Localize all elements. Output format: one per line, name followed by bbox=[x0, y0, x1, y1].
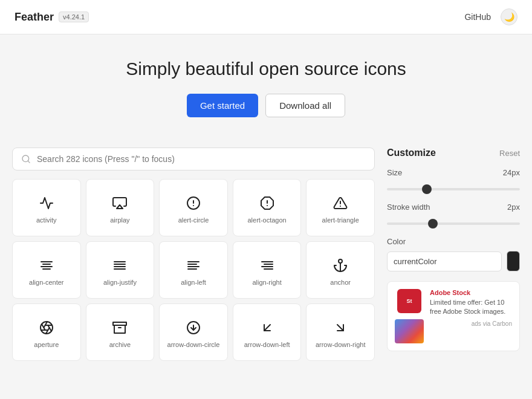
stroke-value: 2px bbox=[507, 203, 520, 212]
search-icon bbox=[21, 154, 31, 164]
reset-button[interactable]: Reset bbox=[499, 149, 520, 158]
size-control: Size 24px bbox=[387, 168, 520, 193]
icon-card-alert-circle[interactable]: alert-circle bbox=[159, 179, 228, 236]
ad-image bbox=[395, 319, 424, 343]
main-layout: activity airplay alert-circle alert-octa… bbox=[0, 135, 532, 361]
icon-label: arrow-down-right bbox=[316, 341, 366, 348]
icon-card-align-right[interactable]: align-right bbox=[233, 241, 302, 299]
icon-card-activity[interactable]: activity bbox=[12, 179, 81, 236]
icons-panel: activity airplay alert-circle alert-octa… bbox=[12, 148, 375, 361]
icon-card-align-left[interactable]: align-left bbox=[159, 241, 228, 299]
icon-card-align-justify[interactable]: align-justify bbox=[86, 241, 155, 299]
svg-rect-36 bbox=[113, 322, 126, 325]
customize-panel: Customize Reset Size 24px Stroke width 2… bbox=[387, 148, 520, 361]
github-link[interactable]: GitHub bbox=[464, 12, 491, 22]
header: Feather v4.24.1 GitHub 🌙 bbox=[0, 0, 532, 34]
icon-label: anchor bbox=[330, 279, 351, 286]
icon-card-archive[interactable]: archive bbox=[86, 303, 155, 361]
color-control: Color bbox=[387, 237, 520, 271]
ad-footer: ads via Carbon bbox=[430, 320, 512, 327]
icon-label: activity bbox=[36, 216, 57, 224]
icon-label: arrow-down-circle bbox=[167, 341, 220, 348]
icon-label: align-left bbox=[181, 279, 206, 286]
search-bar bbox=[12, 148, 375, 170]
icon-card-arrow-down-circle[interactable]: arrow-down-circle bbox=[159, 303, 228, 361]
header-right: GitHub 🌙 bbox=[464, 8, 517, 25]
ad-left: St bbox=[395, 289, 424, 343]
svg-marker-2 bbox=[117, 205, 123, 209]
customize-title: Customize bbox=[387, 148, 436, 158]
icon-card-arrow-down-left[interactable]: arrow-down-left bbox=[233, 303, 302, 361]
hero: Simply beautiful open source icons Get s… bbox=[0, 34, 532, 135]
dark-mode-button[interactable]: 🌙 bbox=[501, 8, 517, 25]
icon-label: alert-circle bbox=[178, 216, 209, 224]
icon-card-aperture[interactable]: aperture bbox=[12, 303, 81, 361]
svg-line-40 bbox=[264, 325, 270, 331]
icon-label: archive bbox=[109, 341, 131, 348]
color-input[interactable] bbox=[387, 251, 502, 271]
ad-content: Adobe Stock Limited time offer: Get 10 f… bbox=[430, 289, 512, 327]
logo: Feather bbox=[15, 11, 54, 24]
ad-logo: St bbox=[397, 289, 421, 313]
icon-label: aperture bbox=[34, 341, 59, 348]
stroke-slider[interactable] bbox=[387, 222, 520, 225]
icon-card-airplay[interactable]: airplay bbox=[86, 179, 155, 236]
ad-card: St Adobe Stock Limited time offer: Get 1… bbox=[387, 281, 520, 351]
svg-line-41 bbox=[337, 325, 343, 331]
icon-grid: activity airplay alert-circle alert-octa… bbox=[12, 179, 375, 361]
svg-line-1 bbox=[28, 161, 30, 163]
search-input[interactable] bbox=[37, 154, 366, 164]
size-slider[interactable] bbox=[387, 188, 520, 190]
customize-header: Customize Reset bbox=[387, 148, 520, 158]
ad-brand: Adobe Stock bbox=[430, 289, 512, 296]
icon-label: arrow-down-left bbox=[244, 341, 290, 348]
hero-buttons: Get started Download all bbox=[12, 94, 520, 117]
icon-label: align-center bbox=[29, 279, 63, 286]
get-started-button[interactable]: Get started bbox=[187, 94, 258, 117]
stroke-control: Stroke width 2px bbox=[387, 203, 520, 227]
icon-card-align-center[interactable]: align-center bbox=[12, 241, 81, 299]
icon-label: align-right bbox=[252, 279, 281, 286]
color-row bbox=[387, 251, 520, 271]
icon-label: alert-octagon bbox=[247, 216, 286, 224]
icon-label: airplay bbox=[110, 216, 129, 224]
version-badge: v4.24.1 bbox=[59, 11, 89, 22]
icon-label: alert-triangle bbox=[322, 216, 359, 224]
icon-card-alert-triangle[interactable]: alert-triangle bbox=[306, 179, 375, 236]
size-value: 24px bbox=[503, 168, 520, 177]
icon-card-alert-octagon[interactable]: alert-octagon bbox=[233, 179, 302, 236]
color-label: Color bbox=[387, 237, 520, 246]
ad-text: Limited time offer: Get 10 free Adobe St… bbox=[430, 298, 512, 317]
hero-title: Simply beautiful open source icons bbox=[12, 59, 520, 79]
size-label: Size 24px bbox=[387, 168, 520, 177]
stroke-label: Stroke width 2px bbox=[387, 203, 520, 212]
icon-label: align-justify bbox=[103, 279, 137, 286]
header-left: Feather v4.24.1 bbox=[15, 11, 89, 24]
download-all-button[interactable]: Download all bbox=[265, 94, 345, 117]
color-swatch[interactable] bbox=[507, 251, 520, 271]
icon-card-arrow-down-right[interactable]: arrow-down-right bbox=[306, 303, 375, 361]
ad-logo-text: St bbox=[407, 298, 412, 304]
icon-card-anchor[interactable]: anchor bbox=[306, 241, 375, 299]
